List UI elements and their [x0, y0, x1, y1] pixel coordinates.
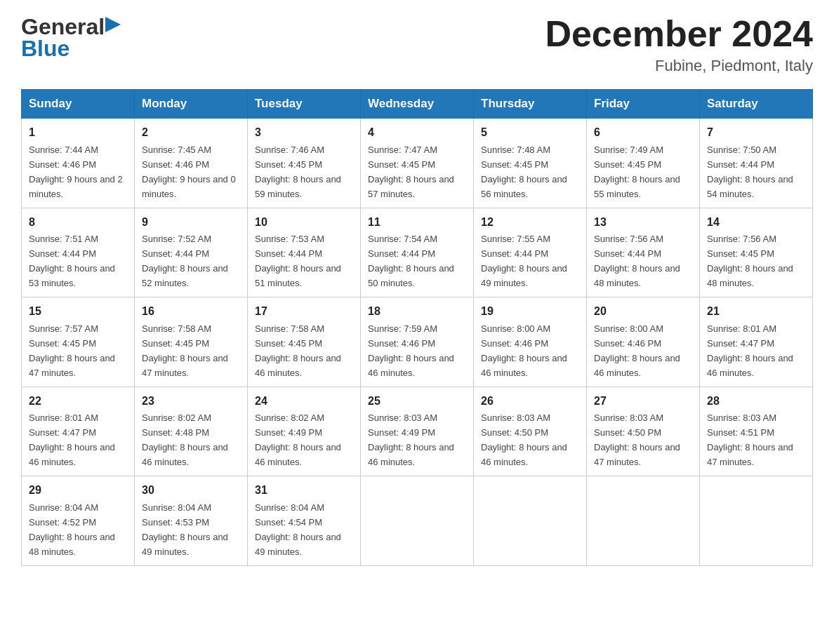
day-info: Sunrise: 8:04 AMSunset: 4:52 PMDaylight:… [29, 502, 115, 557]
day-info: Sunrise: 8:04 AMSunset: 4:53 PMDaylight:… [142, 502, 228, 557]
day-cell-6: 6 Sunrise: 7:49 AMSunset: 4:45 PMDayligh… [587, 119, 700, 208]
day-info: Sunrise: 7:52 AMSunset: 4:44 PMDaylight:… [142, 234, 228, 288]
header-friday: Friday [587, 90, 700, 119]
logo-blue: Blue [21, 36, 70, 62]
day-cell-4: 4 Sunrise: 7:47 AMSunset: 4:45 PMDayligh… [361, 119, 474, 208]
day-number: 24 [255, 393, 353, 410]
day-number: 29 [29, 482, 127, 499]
month-title: December 2024 [545, 14, 813, 54]
day-cell-26: 26 Sunrise: 8:03 AMSunset: 4:50 PMDaylig… [474, 387, 587, 476]
empty-cell [700, 476, 813, 565]
day-cell-3: 3 Sunrise: 7:46 AMSunset: 4:45 PMDayligh… [248, 119, 361, 208]
day-number: 21 [707, 303, 805, 321]
header-wednesday: Wednesday [361, 90, 474, 119]
day-number: 3 [255, 124, 353, 142]
day-cell-23: 23 Sunrise: 8:02 AMSunset: 4:48 PMDaylig… [135, 387, 248, 476]
day-number: 14 [707, 214, 805, 232]
day-cell-25: 25 Sunrise: 8:03 AMSunset: 4:49 PMDaylig… [361, 387, 474, 476]
day-info: Sunrise: 7:58 AMSunset: 4:45 PMDaylight:… [255, 323, 341, 378]
day-info: Sunrise: 8:02 AMSunset: 4:48 PMDaylight:… [142, 412, 228, 467]
day-number: 31 [255, 482, 353, 499]
day-info: Sunrise: 7:48 AMSunset: 4:45 PMDaylight:… [481, 145, 567, 199]
day-number: 30 [142, 482, 240, 499]
logo: General Blue [21, 14, 121, 62]
day-info: Sunrise: 8:02 AMSunset: 4:49 PMDaylight:… [255, 412, 341, 467]
day-number: 4 [368, 124, 466, 142]
day-info: Sunrise: 8:04 AMSunset: 4:54 PMDaylight:… [255, 502, 341, 557]
day-number: 18 [368, 303, 466, 321]
day-cell-12: 12 Sunrise: 7:55 AMSunset: 4:44 PMDaylig… [474, 208, 587, 297]
day-number: 27 [594, 393, 692, 410]
day-number: 7 [707, 124, 805, 142]
day-info: Sunrise: 7:55 AMSunset: 4:44 PMDaylight:… [481, 234, 567, 288]
calendar-week-row-1: 1 Sunrise: 7:44 AMSunset: 4:46 PMDayligh… [22, 119, 813, 208]
day-info: Sunrise: 8:03 AMSunset: 4:50 PMDaylight:… [594, 412, 680, 467]
day-cell-13: 13 Sunrise: 7:56 AMSunset: 4:44 PMDaylig… [587, 208, 700, 297]
empty-cell [587, 476, 700, 565]
day-info: Sunrise: 7:56 AMSunset: 4:44 PMDaylight:… [594, 234, 680, 288]
day-info: Sunrise: 7:50 AMSunset: 4:44 PMDaylight:… [707, 145, 793, 199]
day-info: Sunrise: 7:53 AMSunset: 4:44 PMDaylight:… [255, 234, 341, 288]
day-info: Sunrise: 7:51 AMSunset: 4:44 PMDaylight:… [29, 234, 115, 288]
title-section: December 2024 Fubine, Piedmont, Italy [545, 14, 813, 75]
location-subtitle: Fubine, Piedmont, Italy [545, 57, 813, 75]
day-info: Sunrise: 8:00 AMSunset: 4:46 PMDaylight:… [594, 323, 680, 378]
day-number: 12 [481, 214, 579, 232]
day-number: 19 [481, 303, 579, 321]
calendar-week-row-2: 8 Sunrise: 7:51 AMSunset: 4:44 PMDayligh… [22, 208, 813, 297]
day-info: Sunrise: 7:47 AMSunset: 4:45 PMDaylight:… [368, 145, 454, 199]
day-info: Sunrise: 7:58 AMSunset: 4:45 PMDaylight:… [142, 323, 228, 378]
day-info: Sunrise: 7:46 AMSunset: 4:45 PMDaylight:… [255, 145, 341, 199]
day-info: Sunrise: 8:03 AMSunset: 4:50 PMDaylight:… [481, 412, 567, 467]
calendar-week-row-5: 29 Sunrise: 8:04 AMSunset: 4:52 PMDaylig… [22, 476, 813, 565]
calendar-table: Sunday Monday Tuesday Wednesday Thursday… [21, 89, 813, 565]
calendar-header-row: Sunday Monday Tuesday Wednesday Thursday… [22, 90, 813, 119]
header-tuesday: Tuesday [248, 90, 361, 119]
header-monday: Monday [135, 90, 248, 119]
day-info: Sunrise: 7:57 AMSunset: 4:45 PMDaylight:… [29, 323, 115, 378]
day-cell-17: 17 Sunrise: 7:58 AMSunset: 4:45 PMDaylig… [248, 297, 361, 387]
day-info: Sunrise: 8:01 AMSunset: 4:47 PMDaylight:… [707, 323, 793, 378]
day-number: 23 [142, 393, 240, 410]
day-number: 28 [707, 393, 805, 410]
day-cell-8: 8 Sunrise: 7:51 AMSunset: 4:44 PMDayligh… [22, 208, 135, 297]
day-cell-2: 2 Sunrise: 7:45 AMSunset: 4:46 PMDayligh… [135, 119, 248, 208]
day-info: Sunrise: 7:49 AMSunset: 4:45 PMDaylight:… [594, 145, 680, 199]
day-number: 22 [29, 393, 127, 410]
day-number: 11 [368, 214, 466, 232]
day-cell-14: 14 Sunrise: 7:56 AMSunset: 4:45 PMDaylig… [700, 208, 813, 297]
day-cell-27: 27 Sunrise: 8:03 AMSunset: 4:50 PMDaylig… [587, 387, 700, 476]
day-cell-29: 29 Sunrise: 8:04 AMSunset: 4:52 PMDaylig… [22, 476, 135, 565]
logo-arrow-icon [105, 17, 121, 32]
day-cell-11: 11 Sunrise: 7:54 AMSunset: 4:44 PMDaylig… [361, 208, 474, 297]
day-number: 5 [481, 124, 579, 142]
day-cell-19: 19 Sunrise: 8:00 AMSunset: 4:46 PMDaylig… [474, 297, 587, 387]
svg-marker-0 [105, 17, 121, 32]
calendar-week-row-4: 22 Sunrise: 8:01 AMSunset: 4:47 PMDaylig… [22, 387, 813, 476]
day-number: 16 [142, 303, 240, 321]
day-number: 13 [594, 214, 692, 232]
day-cell-15: 15 Sunrise: 7:57 AMSunset: 4:45 PMDaylig… [22, 297, 135, 387]
day-cell-24: 24 Sunrise: 8:02 AMSunset: 4:49 PMDaylig… [248, 387, 361, 476]
day-cell-1: 1 Sunrise: 7:44 AMSunset: 4:46 PMDayligh… [22, 119, 135, 208]
day-cell-5: 5 Sunrise: 7:48 AMSunset: 4:45 PMDayligh… [474, 119, 587, 208]
empty-cell [474, 476, 587, 565]
day-number: 10 [255, 214, 353, 232]
day-cell-21: 21 Sunrise: 8:01 AMSunset: 4:47 PMDaylig… [700, 297, 813, 387]
day-info: Sunrise: 8:03 AMSunset: 4:51 PMDaylight:… [707, 412, 793, 467]
day-number: 20 [594, 303, 692, 321]
day-info: Sunrise: 7:45 AMSunset: 4:46 PMDaylight:… [142, 145, 236, 199]
day-cell-30: 30 Sunrise: 8:04 AMSunset: 4:53 PMDaylig… [135, 476, 248, 565]
header-thursday: Thursday [474, 90, 587, 119]
day-cell-22: 22 Sunrise: 8:01 AMSunset: 4:47 PMDaylig… [22, 387, 135, 476]
header-saturday: Saturday [700, 90, 813, 119]
day-info: Sunrise: 7:54 AMSunset: 4:44 PMDaylight:… [368, 234, 454, 288]
day-number: 26 [481, 393, 579, 410]
day-number: 17 [255, 303, 353, 321]
day-cell-9: 9 Sunrise: 7:52 AMSunset: 4:44 PMDayligh… [135, 208, 248, 297]
day-number: 9 [142, 214, 240, 232]
day-info: Sunrise: 7:44 AMSunset: 4:46 PMDaylight:… [29, 145, 123, 199]
page-header: General Blue December 2024 Fubine, Piedm… [21, 14, 813, 75]
day-info: Sunrise: 8:00 AMSunset: 4:46 PMDaylight:… [481, 323, 567, 378]
day-number: 2 [142, 124, 240, 142]
